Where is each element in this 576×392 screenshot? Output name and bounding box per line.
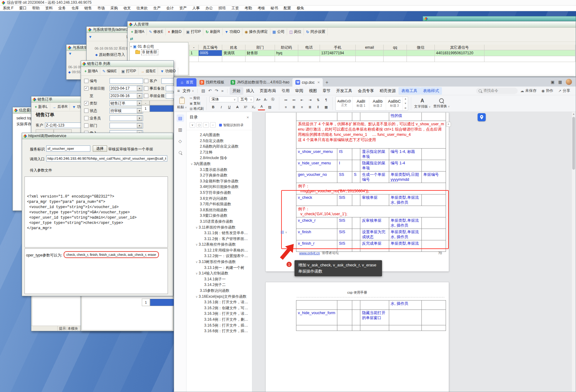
- toc-item[interactable]: 3.11.1例：销售发货单单里面…: [187, 230, 252, 236]
- wps-menu-item[interactable]: 表格工具: [398, 87, 420, 95]
- grid-selected-cell[interactable]: [150, 299, 174, 306]
- filter-checkbox[interactable]: [84, 79, 88, 83]
- bookmark-icon[interactable]: ◇: [177, 137, 184, 145]
- find-replace-button[interactable]: 查找替换 ∨: [433, 98, 450, 109]
- filter-field[interactable]: ▼: [110, 78, 143, 84]
- choose-button[interactable]: 选择: [93, 145, 107, 152]
- filter-field[interactable]: ▼: [161, 78, 174, 84]
- filter-field[interactable]: ▼: [110, 115, 143, 121]
- toc-item[interactable]: 3.16.1例：打开文件，读到…: [187, 299, 252, 305]
- toc-item[interactable]: 2.5自定义函数: [187, 138, 252, 144]
- document-page-1[interactable]: 性的值 系统提供了 4 个菜单，供脚本扩展功能。默认是不显示的，可以通过 v_s…: [266, 113, 449, 271]
- new-tab-button[interactable]: +: [323, 78, 331, 87]
- avatar[interactable]: [566, 79, 572, 85]
- toc-item[interactable]: 3.16.4例：打开文件，删除…: [187, 317, 252, 323]
- grid-header-cell[interactable]: [150, 100, 174, 105]
- more-icon[interactable]: »: [220, 88, 225, 93]
- menubar-item[interactable]: 往来款: [134, 6, 151, 11]
- font-format-button[interactable]: A: [258, 104, 265, 110]
- column-header[interactable]: 员工编号: [199, 45, 222, 50]
- filter-field[interactable]: ▼: [110, 123, 143, 128]
- filter-checkbox[interactable]: [84, 123, 88, 128]
- example-row[interactable]: 例子： msg(gen_voucher_no('BA','20150604'))…: [296, 183, 446, 194]
- tree-node-finance-dept[interactable]: B 财务部: [130, 49, 187, 55]
- toc-item[interactable]: 3.14输入控制函数: [187, 270, 252, 276]
- toolbar-button[interactable]: ▣ 打印P: [119, 68, 138, 75]
- undo-icon[interactable]: ↶: [207, 88, 213, 93]
- toc-item[interactable]: 3.6文件访问函数: [187, 196, 252, 202]
- filter-checkbox[interactable]: [144, 79, 148, 83]
- paragraph-button[interactable]: ≕: [290, 97, 297, 103]
- grid-selected-cell[interactable]: [150, 105, 174, 112]
- menubar-item[interactable]: 系统 F: [0, 6, 16, 11]
- command-search[interactable]: 查找命令: [476, 88, 518, 94]
- font-format-button[interactable]: X₂: [250, 104, 257, 110]
- typeset-button[interactable]: A 文字排版 ∨: [414, 98, 430, 109]
- alignment-button[interactable]: ≡: [282, 104, 289, 110]
- document-page-2[interactable]: csp 使用手册 水, 操作员 v_hide_voucher_form 隐藏当前…: [266, 282, 449, 392]
- toc-item[interactable]: 3.13.1例一：构建一个树: [187, 265, 252, 271]
- arrow-down-icon[interactable]: ▼: [68, 51, 72, 56]
- alignment-button[interactable]: ⇕: [314, 104, 322, 110]
- function-row[interactable]: gen_voucher_noSSS 生成一个单据编号单据类型码,日期 yyyym…: [296, 172, 446, 183]
- close-icon[interactable]: ×: [246, 115, 249, 120]
- close-icon[interactable]: ×: [317, 80, 320, 85]
- font-size-button[interactable]: A+: [255, 96, 262, 102]
- wps-menu-item[interactable]: 开发工具: [333, 87, 355, 95]
- column-header[interactable]: 手机: [320, 45, 356, 50]
- sales-list-titlebar[interactable]: 销售订单 列表: [81, 61, 173, 67]
- toc-item[interactable]: 3.2字典操作函数: [187, 172, 252, 178]
- toc-tool-button[interactable]: +: [203, 122, 209, 128]
- webservice-titlebar[interactable]: httpxml调用webservice: [22, 133, 173, 139]
- wps-menu-item[interactable]: 开始: [230, 87, 243, 95]
- cut-button[interactable]: ✂剪切: [190, 96, 204, 100]
- toc-item[interactable]: 3.14.1例子一: [187, 276, 252, 282]
- wps-menu-item[interactable]: 章节: [320, 87, 333, 95]
- scroll-up-icon[interactable]: ▲: [572, 113, 576, 115]
- wps-menu-item[interactable]: 表格样式: [420, 87, 442, 95]
- toc-tool-button[interactable]: ▢: [196, 122, 202, 128]
- xml-params-textarea[interactable]: <?xml version="1.0" encoding="GB2312"?><…: [25, 176, 168, 247]
- style-entry[interactable]: AaBbC 标题 3: [386, 97, 403, 110]
- menubar-item[interactable]: 人事: [190, 6, 203, 11]
- document-area[interactable]: 性的值 系统提供了 4 个菜单，供脚本扩展功能。默认是不显示的，可以通过 v_s…: [252, 112, 576, 392]
- arrow-down-icon[interactable]: ▼: [88, 35, 92, 39]
- toolbar-button[interactable]: ▣ 打印P: [184, 28, 203, 35]
- column-header[interactable]: 助记码: [275, 45, 298, 50]
- menubar-item[interactable]: 收支: [121, 6, 134, 11]
- selected-cell[interactable]: 0005: [199, 50, 222, 56]
- paragraph-button[interactable]: ¶: [322, 97, 330, 103]
- grid-header-cell[interactable]: -: [142, 100, 150, 105]
- menubar-item[interactable]: 秘书: [268, 6, 281, 11]
- menubar-item[interactable]: 极免: [294, 6, 307, 11]
- toc-item[interactable]: 3.16.5例：打开文件，插入…: [187, 323, 252, 328]
- filter-field[interactable]: 待审核 ▼: [110, 108, 143, 114]
- function-row[interactable]: v_check_rSIS 反审核单据单据类型,单据流水, 操作员: [296, 217, 446, 229]
- font-format-button[interactable]: A: [234, 104, 241, 110]
- copy-button[interactable]: ▣复制: [190, 101, 204, 106]
- column-header[interactable]: -: [189, 45, 199, 50]
- column-header[interactable]: qq: [384, 45, 407, 50]
- menubar-item[interactable]: 生产: [151, 6, 164, 11]
- column-header[interactable]: email: [356, 45, 384, 50]
- toc-item[interactable]: 3.16.3例：打开文件，读取…: [187, 311, 252, 317]
- style-entry[interactable]: AaBbCcD 正文: [336, 97, 353, 110]
- document-tab[interactable]: W csp.doc ×: [292, 78, 323, 87]
- toolbar-button[interactable]: + 新增A: [129, 28, 147, 35]
- location-pin-button[interactable]: [478, 113, 486, 121]
- wps-menu-item[interactable]: 引用: [279, 87, 292, 95]
- toc-item[interactable]: 3.16.2例：创建文件，写入…: [187, 305, 252, 311]
- toc-item[interactable]: 3.3金额和数字操作函数: [187, 178, 252, 184]
- toolbar-button[interactable]: ▼ 功能O: [223, 28, 242, 35]
- column-header[interactable]: 姓名: [222, 45, 245, 50]
- menubar-action[interactable]: ◉ 协作: [539, 88, 556, 93]
- function-table[interactable]: 性的值 系统提供了 4 个菜单，供脚本扩展功能。默认是不显示的，可以通过 v_s…: [296, 113, 446, 252]
- toolbar-button[interactable]: ◉ 操作员绑定: [242, 28, 270, 35]
- toc-item[interactable]: 3.5字符串操作函数: [187, 190, 252, 196]
- font-name-combo[interactable]: 宋体∨: [209, 96, 237, 102]
- grid-cell[interactable]: 1: [142, 105, 150, 112]
- employee-row[interactable]: 1 0005 黄滴琪 财务部 hyq 13724877194 440183199…: [189, 50, 575, 56]
- paragraph-button[interactable]: ⇥: [306, 97, 313, 103]
- filter-field[interactable]: ▼: [166, 93, 174, 99]
- font-format-button[interactable]: X²: [242, 104, 249, 110]
